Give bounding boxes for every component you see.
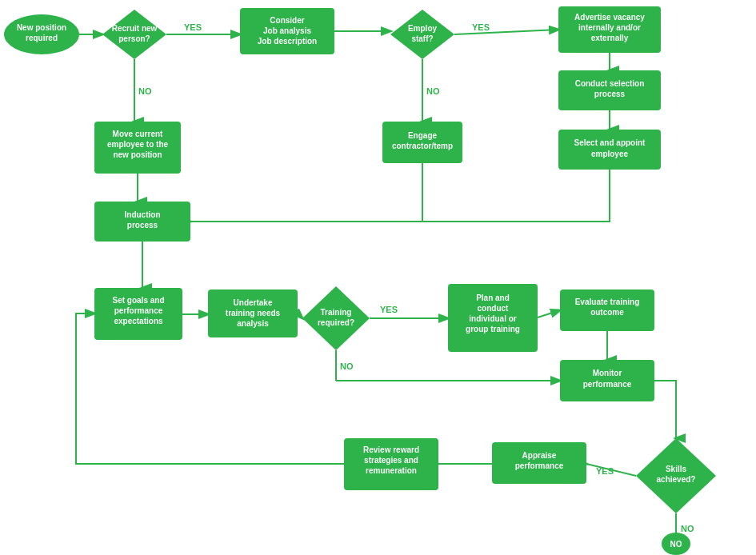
svg-text:NO: NO [681, 524, 694, 533]
svg-text:Set goals and: Set goals and [112, 296, 164, 305]
svg-text:Employ: Employ [408, 24, 438, 33]
svg-text:required: required [26, 34, 58, 42]
svg-text:Consider: Consider [270, 16, 304, 25]
svg-line-83 [538, 310, 560, 317]
svg-line-80 [298, 313, 302, 318]
svg-text:NO: NO [340, 361, 354, 371]
svg-text:Induction: Induction [125, 210, 161, 219]
svg-text:Plan and: Plan and [476, 293, 510, 302]
svg-text:YES: YES [380, 305, 398, 314]
svg-text:analysis: analysis [237, 319, 269, 328]
svg-text:achieved?: achieved? [657, 475, 696, 484]
svg-text:Advertise vacancy: Advertise vacancy [574, 13, 645, 22]
svg-text:individual or: individual or [469, 314, 517, 323]
svg-line-69 [454, 30, 558, 34]
svg-text:training needs: training needs [226, 309, 281, 317]
svg-text:NO: NO [138, 86, 152, 96]
svg-text:required?: required? [318, 318, 354, 327]
svg-text:Training: Training [321, 308, 352, 317]
svg-text:YES: YES [472, 22, 490, 32]
svg-text:Skills: Skills [666, 465, 687, 473]
svg-text:NO: NO [670, 540, 682, 549]
svg-text:New position: New position [17, 23, 66, 32]
svg-text:outcome: outcome [590, 308, 624, 317]
svg-text:Appraise: Appraise [522, 451, 557, 460]
svg-text:remuneration: remuneration [366, 466, 417, 475]
svg-text:Job analysis: Job analysis [263, 26, 311, 35]
svg-text:NO: NO [426, 86, 440, 96]
svg-text:group training: group training [466, 325, 520, 333]
svg-text:Select and appoint: Select and appoint [574, 138, 646, 147]
svg-text:Conduct selection: Conduct selection [575, 79, 645, 88]
svg-text:process: process [594, 90, 626, 98]
svg-text:performance: performance [114, 306, 163, 315]
svg-text:Move current: Move current [113, 130, 163, 138]
svg-text:Recruit new: Recruit new [112, 24, 158, 33]
svg-text:Job description: Job description [258, 37, 317, 46]
svg-text:Monitor: Monitor [593, 369, 622, 377]
svg-text:performance: performance [515, 461, 564, 470]
svg-text:Review reward: Review reward [363, 445, 419, 454]
svg-text:externally: externally [591, 34, 629, 42]
svg-text:person?: person? [118, 34, 150, 43]
svg-text:conduct: conduct [478, 304, 510, 313]
svg-text:new position: new position [113, 150, 162, 159]
svg-text:performance: performance [583, 380, 632, 389]
svg-text:YES: YES [184, 22, 202, 32]
svg-text:YES: YES [596, 466, 614, 476]
svg-text:employee to the: employee to the [107, 140, 169, 149]
svg-text:strategies and: strategies and [364, 456, 418, 465]
svg-text:Evaluate training: Evaluate training [575, 297, 640, 306]
svg-text:process: process [127, 221, 158, 230]
svg-text:Undertake: Undertake [234, 298, 273, 307]
svg-text:employee: employee [591, 150, 629, 158]
svg-text:expectations: expectations [114, 317, 163, 325]
svg-text:Engage: Engage [408, 131, 438, 140]
svg-text:contractor/temp: contractor/temp [392, 142, 453, 150]
svg-text:staff?: staff? [411, 34, 433, 43]
svg-text:internally and/or: internally and/or [578, 23, 641, 32]
flowchart: New position required Recruit new person… [0, 0, 756, 555]
